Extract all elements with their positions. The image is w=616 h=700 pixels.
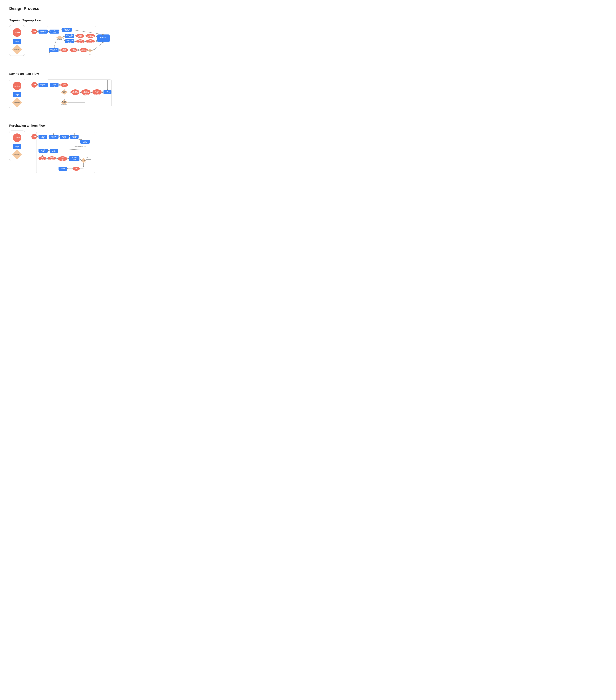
svg-line-14 [59,30,62,30]
svg-text:enter: enter [72,49,76,50]
svg-text:Apple: Apple [67,41,72,43]
svg-text:enter: enter [50,157,54,159]
svg-text:description: description [93,93,101,95]
svg-text:added: added [106,92,110,94]
svg-text:Sign-in with: Sign-in with [66,40,74,41]
svg-text:e-mail: e-mail [52,50,56,52]
svg-text:Page: Page [41,137,45,138]
svg-text:name: name [40,159,44,160]
svg-text:Page: Page [42,85,45,87]
svg-text:Item: Item [63,85,66,87]
svg-text:enter: enter [78,40,82,41]
svg-text:enter: enter [41,157,44,159]
svg-line-28 [63,38,65,41]
saving-legend: Action Page Decision [9,79,25,109]
svg-text:item: item [96,92,99,93]
svg-text:collection?: collection? [61,93,67,95]
signin-flow-section: Sign-in / Sign-up Flow Action Page Decis… [9,18,145,61]
svg-text:Correct?: Correct? [81,160,86,161]
legend-decision-2: Decision [12,98,22,108]
svg-text:Password: Password [87,36,94,37]
svg-text:Category: Category [50,135,57,137]
svg-text:Yes: Yes [85,162,87,164]
svg-text:Is there: Is there [62,90,66,92]
svg-text:Check: Check [41,149,45,151]
svg-text:Save: Save [62,84,66,85]
svg-line-100 [68,91,71,92]
svg-text:No: No [54,40,56,42]
svg-text:name: name [62,50,66,52]
svg-text:enter: enter [84,90,88,92]
svg-text:Page: Page [52,85,56,87]
svg-text:create: create [73,90,77,92]
svg-line-75 [72,30,103,35]
svg-text:Sign-in/Sign-up: Sign-in/Sign-up [49,30,60,32]
svg-text:any: any [63,92,65,93]
legend-action: Action [13,28,21,37]
svg-text:Sign-up by: Sign-up by [50,49,58,50]
svg-text:review: review [72,159,76,160]
legend-action-2: Action [13,82,21,90]
page-title: Design Process [9,6,145,11]
svg-text:e-mail: e-mail [72,50,76,52]
svg-text:Cart: Cart [52,149,55,151]
svg-text:Category: Category [40,84,46,85]
svg-text:Pay: Pay [75,168,77,169]
svg-text:item: item [84,140,87,142]
legend-action-3: Action [13,134,21,142]
svg-text:Sign-in by: Sign-in by [66,34,73,36]
svg-text:info.: info. [61,160,64,162]
svg-text:address: address [49,159,55,160]
svg-text:Loading: Loading [40,30,46,32]
purchase-diagram: Start Home Page Category Page model Page [29,130,145,174]
saving-flow-title: Saving an item Flow [9,72,145,76]
legend-page: Page [13,39,21,44]
svg-text:No: No [86,157,88,158]
svg-text:enter: enter [61,157,64,159]
svg-text:Page: Page [63,137,66,138]
signin-flow-title: Sign-in / Sign-up Flow [9,18,145,22]
svg-text:Home Page: Home Page [100,37,107,38]
saving-diagram: Start Category Page Item Page Save Item … [29,79,145,113]
svg-text:Start: Start [33,136,36,137]
svg-text:Start: Start [33,30,36,32]
svg-line-70 [93,42,103,51]
svg-text:Home: Home [41,135,45,137]
svg-text:Yes: Yes [77,138,79,140]
purchase-flow-section: Purchasign an item Flow Action Page Deci… [9,124,145,174]
svg-text:collection: collection [83,92,89,93]
signin-diagram: Start Loading Page Sign-in/Sign-up page … [29,25,145,61]
svg-text:Page: Page [41,32,45,34]
svg-text:cart: cart [73,137,76,138]
svg-text:enter: enter [95,90,99,92]
svg-text:enter: enter [78,34,82,36]
svg-text:collection: collection [72,92,78,93]
svg-text:collection?: collection? [61,103,67,105]
legend-decision-3: Decision [12,149,22,160]
svg-text:Keep shopping?: Keep shopping? [74,146,83,147]
svg-text:model: model [62,135,66,137]
svg-text:invoice: invoice [72,157,76,159]
svg-text:Add to: Add to [62,101,66,102]
legend-page-3: Page [13,144,21,149]
svg-text:No: No [79,144,81,146]
svg-text:e-mail: e-mail [78,36,82,37]
legend-page-2: Page [13,92,21,97]
legend-decision: Decision [12,44,22,54]
svg-text:card: card [61,159,64,160]
svg-text:guest: guest [65,30,69,32]
svg-text:enter: enter [89,40,92,41]
svg-text:item: item [106,91,109,92]
svg-text:Apple ID: Apple ID [77,41,83,43]
signin-legend: Action Page Decision [9,25,25,56]
svg-text:enter: enter [89,34,92,36]
svg-text:Page: Page [52,137,55,138]
saving-flow-section: Saving an item Flow Action Page Decision… [9,72,145,113]
svg-text:enter: enter [62,49,66,50]
svg-text:page: page [52,32,56,33]
svg-text:e-mail: e-mail [67,36,72,37]
svg-text:added: added [83,142,87,143]
purchase-flow-title: Purchasign an item Flow [9,124,145,127]
svg-text:receipt: receipt [61,168,65,169]
svg-text:account?: account? [57,38,62,40]
